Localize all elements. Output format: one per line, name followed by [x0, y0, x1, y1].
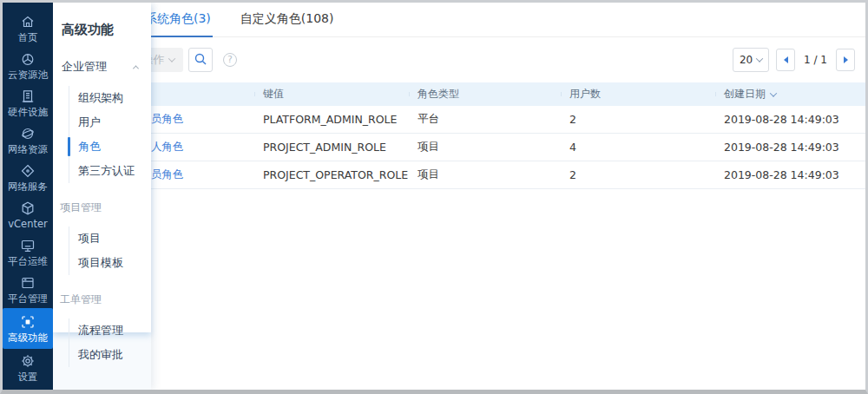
sidebar-item-label: 硬件设施 [8, 107, 48, 118]
page-indicator: 1 / 1 [804, 54, 827, 66]
chevron-down-icon [168, 55, 174, 62]
table-header: 键值 角色类型 用户数 创建日期 [53, 82, 865, 106]
role-type-cell: 平台 [409, 112, 561, 127]
next-arrow-icon [844, 56, 848, 63]
sidebar-item-label: 平台管理 [8, 293, 48, 305]
secondary-menu-card: 高级功能 企业管理 组织架构 用户 角色 第三方认证 项目管理 项目 项目模板 … [53, 3, 151, 332]
tab-system-roles[interactable]: 系统角色(3) [143, 3, 213, 37]
settings-icon [19, 352, 36, 370]
prev-arrow-icon [784, 56, 788, 63]
menu-item-project[interactable]: 项目 [69, 227, 151, 251]
prev-page-button[interactable] [776, 49, 795, 71]
page-size-select[interactable]: 20 [733, 48, 769, 72]
menu-item-org-structure[interactable]: 组织架构 [69, 86, 151, 110]
platform-management-icon [19, 274, 36, 292]
sidebar-item-label: 高级功能 [8, 332, 48, 344]
sidebar-item-label: vCenter [8, 219, 48, 230]
sidebar-item-network-resource[interactable]: 网络资源 [3, 121, 53, 159]
created-date-cell: 2019-08-28 14:49:03 [715, 168, 865, 181]
sidebar-item-platform-management[interactable]: 平台管理 [3, 271, 53, 308]
menu-item-project-template[interactable]: 项目模板 [69, 251, 151, 275]
menu-section-ticket: 工单管理 [60, 292, 151, 307]
pagination: 20 1 / 1 [733, 48, 855, 72]
table-row[interactable]: 员角色 PROJECT_OPERATOR_ROLE 项目 2 2019-08-2… [53, 161, 865, 189]
menu-section-project: 项目管理 [60, 200, 151, 215]
vcenter-icon [19, 200, 36, 217]
help-icon[interactable]: ? [223, 53, 237, 67]
next-page-button[interactable] [836, 49, 855, 71]
search-button[interactable] [188, 48, 213, 72]
tab-custom-roles[interactable]: 自定义角色(108) [239, 3, 336, 37]
table-row[interactable]: 人角色 PROJECT_ADMIN_ROLE 项目 4 2019-08-28 1… [53, 134, 865, 161]
column-header-key: 键值 [254, 87, 409, 102]
search-icon [194, 52, 207, 69]
sidebar-item-settings[interactable]: 设置 [3, 349, 53, 386]
sidebar-item-platform-ops[interactable]: 平台运维 [3, 233, 53, 271]
tab-bar: 系统角色(3) 自定义角色(108) [53, 3, 865, 37]
sidebar-item-network-service[interactable]: 网络服务 [3, 159, 53, 196]
role-type-cell: 项目 [409, 140, 561, 154]
sidebar-item-label: 云资源池 [8, 69, 48, 81]
network-resource-icon [19, 125, 36, 142]
sidebar-item-vcenter[interactable]: vCenter [3, 196, 53, 233]
secondary-menu-panel: 高级功能 企业管理 组织架构 用户 角色 第三方认证 项目管理 项目 项目模板 … [53, 3, 151, 390]
sidebar-item-label: 网络服务 [8, 181, 48, 193]
column-header-user-count: 用户数 [561, 87, 715, 102]
sidebar-item-cloud-pool[interactable]: 云资源池 [3, 47, 53, 84]
role-key-cell: PLATFORM_ADMIN_ROLE [254, 113, 409, 126]
network-service-icon [19, 162, 36, 180]
menu-item-users[interactable]: 用户 [69, 110, 151, 135]
menu-item-third-party-auth[interactable]: 第三方认证 [69, 159, 151, 183]
enterprise-submenu: 组织架构 用户 角色 第三方认证 [69, 86, 151, 183]
menu-item-roles[interactable]: 角色 [69, 135, 151, 159]
chevron-down-icon [756, 55, 763, 62]
menu-group-enterprise[interactable]: 企业管理 [53, 59, 151, 75]
roles-table: 键值 角色类型 用户数 创建日期 员角色 PLATFORM_ADMIN_ROLE… [53, 82, 865, 390]
sidebar-item-label: 设置 [18, 371, 38, 383]
sidebar-item-advanced-features[interactable]: 高级功能 [3, 308, 53, 349]
table-row[interactable]: 员角色 PLATFORM_ADMIN_ROLE 平台 2 2019-08-28 … [53, 106, 865, 134]
column-header-created-date[interactable]: 创建日期 [715, 87, 865, 102]
menu-item-process-management[interactable]: 流程管理 [69, 318, 151, 343]
hardware-icon [19, 88, 36, 105]
sidebar-item-label: 网络资源 [8, 144, 48, 155]
chevron-up-icon [133, 65, 139, 71]
home-icon [19, 13, 36, 30]
sidebar-item-hardware[interactable]: 硬件设施 [3, 84, 53, 121]
cloud-pool-icon [19, 50, 36, 68]
role-type-cell: 项目 [409, 167, 561, 182]
primary-sidebar: 首页 云资源池 硬件设施 网络资源 [3, 3, 53, 390]
panel-title: 高级功能 [53, 22, 151, 38]
sidebar-item-home[interactable]: 首页 [3, 10, 53, 47]
sidebar-item-label: 平台运维 [8, 256, 48, 267]
menu-item-my-approvals[interactable]: 我的审批 [69, 343, 151, 367]
created-date-cell: 2019-08-28 14:49:03 [715, 113, 865, 126]
sort-desc-icon [771, 88, 776, 100]
role-key-cell: PROJECT_ADMIN_ROLE [254, 141, 409, 154]
role-key-cell: PROJECT_OPERATOR_ROLE [254, 168, 409, 181]
user-count-cell: 2 [561, 113, 715, 126]
toolbar: 操作 ? 20 1 / 1 [53, 37, 865, 82]
main-content: 系统角色(3) 自定义角色(108) 操作 ? 20 1 / 1 [53, 3, 865, 390]
user-count-cell: 4 [561, 141, 715, 154]
column-header-role-type: 角色类型 [409, 87, 561, 102]
ticket-submenu: 流程管理 我的审批 [69, 318, 151, 367]
created-date-cell: 2019-08-28 14:49:03 [715, 141, 865, 154]
platform-ops-icon [19, 237, 36, 254]
user-count-cell: 2 [561, 168, 715, 181]
sidebar-item-label: 首页 [18, 32, 38, 43]
app-window: 首页 云资源池 硬件设施 网络资源 [0, 0, 868, 394]
advanced-features-icon [19, 313, 36, 331]
project-submenu: 项目 项目模板 [69, 227, 151, 275]
